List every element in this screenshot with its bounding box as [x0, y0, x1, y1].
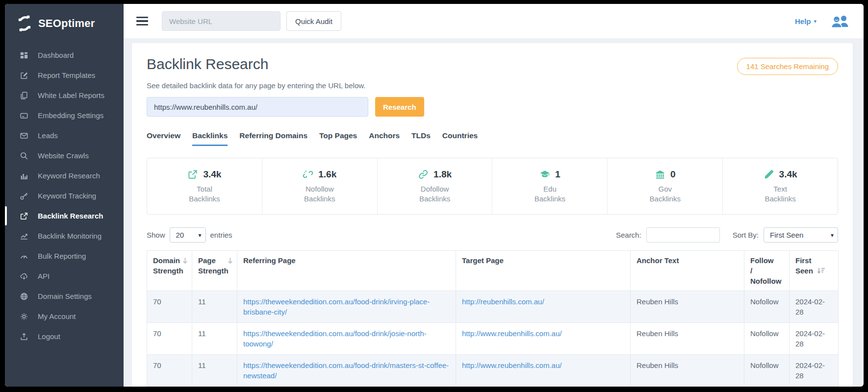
sortby-label: Sort By: — [733, 231, 759, 239]
sidebar-item-dashboard[interactable]: Dashboard — [5, 45, 124, 65]
sidebar-item-backlink-monitoring[interactable]: Backlink Monitoring — [5, 226, 124, 246]
sidebar-item-api[interactable]: API — [5, 266, 124, 286]
sidebar-item-backlink-research[interactable]: Backlink Research — [5, 206, 124, 226]
table-header-row: Domain StrengthPage StrengthReferring Pa… — [147, 251, 839, 291]
column-header-anchor-text[interactable]: Anchor Text — [631, 251, 744, 291]
tab-countries[interactable]: Countries — [442, 131, 478, 146]
globe-icon — [20, 292, 28, 301]
domain-strength-cell: 42 — [147, 387, 192, 387]
page-subtitle: See detailed backlink data for any page … — [147, 81, 838, 90]
search-icon — [20, 151, 28, 160]
search-input[interactable] — [646, 227, 720, 243]
white-label-icon — [20, 91, 28, 100]
sidebar-item-my-account[interactable]: My Account — [5, 306, 124, 326]
stat-label: TextBacklinks — [765, 184, 795, 204]
stat-value: 3.4k — [203, 169, 221, 180]
embedding-icon — [20, 111, 28, 120]
search-label: Search: — [616, 231, 641, 239]
account-users-icon[interactable] — [830, 14, 849, 28]
page-strength-cell: 11 — [192, 355, 237, 387]
tab-anchors[interactable]: Anchors — [369, 131, 400, 146]
external-link-icon — [20, 212, 28, 220]
brand-logo[interactable]: SEOptimer — [5, 8, 124, 39]
bar-chart-icon — [20, 172, 28, 180]
target-page-cell-link[interactable]: http://www.reubenhills.com.au/ — [462, 329, 562, 338]
research-button[interactable]: Research — [375, 97, 424, 117]
sort-down-icon[interactable] — [228, 256, 233, 263]
sidebar-item-embedding-settings[interactable]: Embedding Settings — [5, 105, 124, 125]
column-header-domain-strength[interactable]: Domain Strength — [147, 251, 192, 291]
column-header-page-strength[interactable]: Page Strength — [192, 251, 237, 291]
stat-value: 1.8k — [434, 169, 452, 180]
stat-value: 0 — [670, 169, 676, 180]
column-header-target-page[interactable]: Target Page — [456, 251, 631, 291]
domain-strength-cell: 70 — [147, 355, 192, 387]
sidebar-item-leads[interactable]: Leads — [5, 125, 124, 146]
follow-cell: Follow — [744, 387, 790, 387]
tab-overview[interactable]: Overview — [147, 131, 180, 146]
sidebar-item-bulk-reporting[interactable]: Bulk Reporting — [5, 246, 124, 266]
backlink-research-panel: Backlink Research 141 Searches Remaining… — [132, 43, 853, 387]
sidebar-item-white-label-reports[interactable]: White Label Reports — [5, 85, 124, 105]
stat-dofollow: 1.8kDofollowBacklinks — [377, 158, 492, 214]
sidebar-item-keyword-tracking[interactable]: Keyword Tracking — [5, 186, 124, 206]
sort-amount-icon[interactable] — [817, 266, 825, 272]
column-header-referring-page[interactable]: Referring Page — [237, 251, 456, 291]
follow-cell: Nofollow — [744, 355, 790, 387]
sidebar-item-domain-settings[interactable]: Domain Settings — [5, 286, 124, 306]
sort-down-icon[interactable] — [182, 256, 188, 263]
target-page-cell: http://reubenhills.com.au/ — [456, 291, 631, 323]
sidebar-item-label: Website Crawls — [38, 151, 89, 160]
tab-tlds[interactable]: TLDs — [411, 131, 431, 146]
sidebar-item-logout[interactable]: Logout — [5, 326, 124, 346]
hamburger-menu-icon[interactable] — [136, 17, 148, 26]
sidebar-item-label: Keyword Tracking — [38, 192, 96, 200]
target-page-cell-link[interactable]: http://reubenhills.com.au/ — [462, 297, 544, 306]
stat-value: 3.4k — [779, 169, 797, 180]
sidebar-item-label: Report Templates — [38, 71, 95, 79]
sidebar-nav: DashboardReport TemplatesWhite Label Rep… — [5, 45, 124, 346]
column-header-first-seen[interactable]: First Seen — [790, 251, 839, 291]
stat-value: 1.6k — [318, 169, 336, 180]
table-row: 7011https://theweekendedition.com.au/foo… — [147, 323, 839, 355]
column-header-label: Page Strength — [198, 256, 229, 275]
stat-edu: 1EduBacklinks — [492, 158, 607, 214]
sidebar-item-keyword-research[interactable]: Keyword Research — [5, 166, 124, 186]
target-page-cell: http://www.reubenhills.com.au/ — [456, 323, 631, 355]
tab-backlinks[interactable]: Backlinks — [192, 131, 228, 146]
graduation-cap-icon — [539, 169, 550, 180]
target-page-cell: https://www.reubenhills.com.au/ — [456, 387, 631, 387]
search-sort-group: Search: Sort By: First Seen — [616, 227, 838, 243]
backlinks-table: Domain StrengthPage StrengthReferring Pa… — [147, 250, 839, 387]
website-url-input[interactable] — [162, 11, 281, 31]
column-header-label: Target Page — [462, 256, 504, 265]
domain-strength-cell: 70 — [147, 291, 192, 323]
screenshot-frame: SEOptimer DashboardReport TemplatesWhite… — [0, 0, 868, 392]
stats-panel: 3.4kTotalBacklinks1.6kNofollowBacklinks1… — [147, 158, 838, 215]
target-page-cell-link[interactable]: http://www.reubenhills.com.au/ — [462, 361, 562, 369]
external-link-icon — [187, 169, 198, 180]
anchor-text-cell: Reuben Hills — [631, 355, 744, 387]
referring-page-cell: https://theweekendedition.com.au/food-dr… — [237, 355, 456, 387]
backlink-url-input[interactable] — [147, 97, 368, 117]
stat-nofollow: 1.6kNofollowBacklinks — [262, 158, 377, 214]
sidebar-item-report-templates[interactable]: Report Templates — [5, 65, 124, 85]
sidebar-item-website-crawls[interactable]: Website Crawls — [5, 146, 124, 166]
tab-referring-domains[interactable]: Referring Domains — [239, 131, 307, 146]
column-header-follow-nofollow[interactable]: Follow / Nofollow — [744, 251, 790, 291]
referring-page-cell-link[interactable]: https://theweekendedition.com.au/food-dr… — [243, 361, 449, 380]
help-menu[interactable]: Help ▾ — [795, 17, 817, 25]
stat-label: DofollowBacklinks — [419, 184, 450, 204]
column-header-label: Referring Page — [243, 256, 296, 265]
stat-label: TotalBacklinks — [189, 184, 220, 204]
quick-audit-button[interactable]: Quick Audit — [286, 11, 341, 31]
sort-select[interactable]: First Seen — [764, 227, 838, 243]
column-header-label: Domain Strength — [153, 256, 183, 275]
anchor-text-cell: https://www.reubenhills.com.au — [631, 387, 744, 387]
show-label: Show — [147, 231, 165, 239]
referring-page-cell-link[interactable]: https://theweekendedition.com.au/food-dr… — [243, 329, 427, 348]
tab-top-pages[interactable]: Top Pages — [319, 131, 357, 146]
referring-page-cell-link[interactable]: https://theweekendedition.com.au/food-dr… — [243, 297, 430, 316]
sidebar-item-label: API — [38, 272, 50, 280]
entries-select[interactable]: 20 — [170, 227, 206, 243]
